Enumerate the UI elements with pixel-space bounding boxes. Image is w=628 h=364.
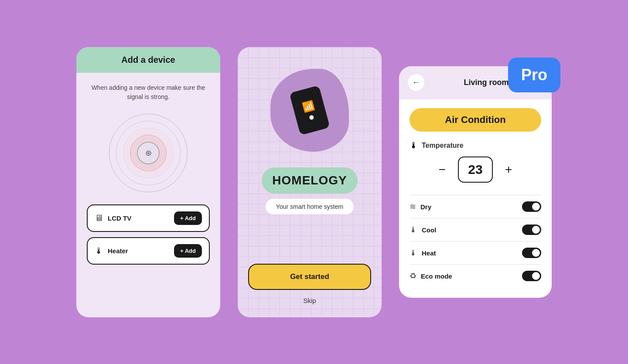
mode-left-eco: ♻ Eco mode — [410, 271, 452, 281]
dry-mode-name: Dry — [420, 203, 431, 211]
mode-left-heat: 🌡 Heat — [410, 248, 436, 258]
skip-link[interactable]: Skip — [303, 297, 316, 304]
cool-toggle[interactable] — [522, 225, 541, 235]
homelogy-tagline: Your smart home system — [266, 199, 354, 214]
homelogy-content: 📶 HOMELOGY Your smart home system — [248, 65, 371, 264]
wifi-icon: ⊛ — [145, 148, 152, 158]
mode-row-heat: 🌡 Heat — [410, 241, 541, 264]
cool-toggle-knob — [532, 226, 540, 234]
add-heater-button[interactable]: + Add — [174, 244, 202, 258]
mode-row-dry: ≋ Dry — [410, 195, 541, 218]
homelogy-card: 📶 HOMELOGY Your smart home system Get st… — [238, 47, 382, 317]
device-item-left: 🖥 LCD TV — [95, 213, 131, 223]
eco-toggle[interactable] — [522, 271, 541, 281]
heat-icon: 🌡 — [410, 248, 417, 258]
pro-badge-text: Pro — [521, 66, 547, 84]
heater-icon: 🌡 — [95, 246, 103, 256]
card1-header: Add a device — [76, 47, 220, 73]
get-started-button[interactable]: Get started — [248, 264, 371, 290]
lcd-tv-icon: 🖥 — [95, 213, 103, 223]
heat-toggle-knob — [532, 249, 540, 257]
mode-row-cool: 🌡 Cool — [410, 218, 541, 241]
device-item-heater: 🌡 Heater + Add — [87, 237, 210, 265]
card2-footer: Get started Skip — [248, 264, 371, 304]
signal-animation: ⊛ — [109, 114, 188, 192]
temp-increase-button[interactable]: + — [505, 163, 512, 177]
remote-device: 📶 — [289, 85, 330, 135]
homelogy-logo-text: HOMELOGY — [262, 173, 358, 187]
device-item-left-heater: 🌡 Heater — [95, 246, 128, 256]
card1-body: When adding a new device make sure the s… — [76, 73, 220, 317]
temp-decrease-button[interactable]: − — [439, 163, 446, 177]
add-lcd-tv-button[interactable]: + Add — [174, 211, 202, 225]
mode-row-eco: ♻ Eco mode — [410, 264, 541, 287]
back-icon: ← — [412, 78, 420, 87]
card3-body: Air Condition 🌡 Temperature − 23 + — [399, 99, 552, 298]
eco-toggle-knob — [532, 272, 540, 280]
cool-icon: 🌡 — [410, 225, 417, 235]
blob-shape: 📶 — [270, 69, 349, 152]
remote-dot — [309, 115, 314, 120]
mode-left-dry: ≋ Dry — [410, 202, 431, 211]
dry-toggle-knob — [532, 203, 540, 211]
cool-mode-name: Cool — [422, 226, 436, 234]
temperature-section: 🌡 Temperature − 23 + — [410, 140, 541, 186]
pro-badge: Pro — [508, 58, 560, 92]
homelogy-illustration: 📶 — [266, 65, 353, 160]
remote-wifi-icon: 📶 — [301, 99, 316, 113]
mode-list: ≋ Dry 🌡 Cool — [410, 195, 541, 287]
heat-toggle[interactable] — [522, 248, 541, 258]
temp-label-row: 🌡 Temperature — [410, 140, 541, 150]
signal-center: ⊛ — [137, 142, 160, 164]
device-list: 🖥 LCD TV + Add 🌡 Heater + Add — [87, 204, 210, 265]
lcd-tv-name: LCD TV — [108, 214, 131, 222]
temp-value: 23 — [468, 162, 482, 177]
air-condition-wrapper: Pro ← Living room Air Condition 🌡 Temper… — [399, 66, 552, 298]
device-item-lcd-tv: 🖥 LCD TV + Add — [87, 204, 210, 232]
add-device-card: Add a device When adding a new device ma… — [76, 47, 220, 317]
card1-title: Add a device — [76, 55, 220, 65]
thermometer-icon: 🌡 — [410, 140, 418, 150]
heat-mode-name: Heat — [422, 249, 436, 257]
temp-label: Temperature — [422, 142, 464, 150]
eco-mode-name: Eco mode — [421, 272, 452, 280]
heater-name: Heater — [108, 247, 128, 255]
temp-control: − 23 + — [410, 156, 541, 183]
temp-value-display: 23 — [458, 156, 493, 183]
dry-toggle[interactable] — [522, 201, 541, 212]
mode-left-cool: 🌡 Cool — [410, 225, 436, 235]
dry-icon: ≋ — [410, 202, 416, 211]
card1-description: When adding a new device make sure the s… — [87, 83, 210, 102]
homelogy-logo: HOMELOGY — [262, 167, 358, 194]
eco-icon: ♻ — [410, 271, 416, 281]
air-condition-card: ← Living room Air Condition 🌡 Temperatur… — [399, 66, 552, 298]
ac-device-label: Air Condition — [410, 108, 541, 132]
back-button[interactable]: ← — [408, 74, 424, 91]
